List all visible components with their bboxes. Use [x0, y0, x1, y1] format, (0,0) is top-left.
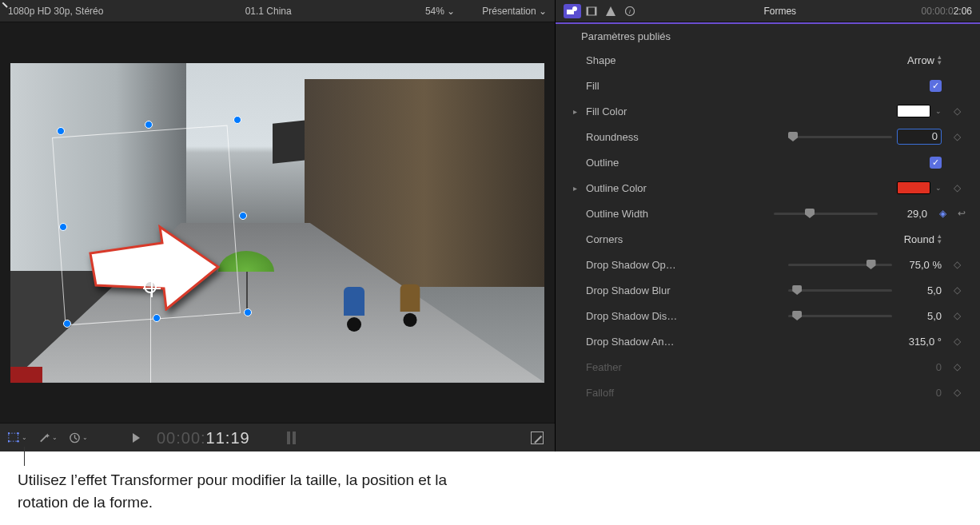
audio-meter-icon[interactable] — [287, 432, 296, 444]
shape-popup[interactable]: Arrow▴▾ — [890, 54, 942, 66]
viewer-area[interactable] — [0, 22, 555, 423]
param-label: Corners — [586, 233, 706, 245]
param-label: Fill — [586, 80, 706, 92]
roundness-slider[interactable] — [788, 131, 892, 142]
param-outline-width: Outline Width 29,0 ◈ ↩ — [556, 201, 980, 226]
transform-handle[interactable] — [244, 308, 252, 316]
param-fill-color: ▸ Fill Color ⌄ ◇ — [556, 98, 980, 124]
chevron-down-icon: ⌄ — [539, 6, 547, 17]
svg-point-1 — [8, 432, 10, 434]
param-value: Round — [890, 233, 934, 245]
param-ds-opacity: Drop Shadow Op… 75,0 % ◇ — [556, 252, 980, 277]
keyframe-button[interactable]: ◇ — [948, 105, 966, 117]
fill-checkbox[interactable]: ✓ — [930, 80, 942, 92]
inspector-tab-color[interactable] — [602, 4, 619, 18]
param-label: Fill Color — [586, 105, 706, 117]
clip-name[interactable]: 01.1 China — [245, 6, 292, 17]
transform-handle[interactable] — [153, 314, 161, 322]
transform-handle[interactable] — [59, 223, 67, 231]
param-value[interactable]: 29,0 — [882, 208, 927, 220]
svg-text:i: i — [629, 8, 631, 15]
scene-sign — [10, 367, 42, 383]
param-falloff: Falloff 0 ◇ — [556, 380, 980, 405]
transform-handle[interactable] — [63, 320, 71, 328]
chevron-down-icon: ⌄ — [82, 434, 88, 441]
transform-tool-button[interactable]: ⌄ — [8, 430, 27, 446]
param-value[interactable]: 5,0 — [897, 310, 942, 322]
viewer-pane: 1080p HD 30p, Stéréo 01.1 China 54% ⌄ Pr… — [0, 0, 556, 451]
caption-text: Utilisez l’effet Transformer pour modifi… — [18, 469, 465, 513]
param-label: Shape — [586, 54, 706, 66]
param-corners: Corners Round▴▾ — [556, 226, 980, 252]
viewer-canvas[interactable] — [10, 63, 544, 383]
param-label: Drop Shadow Op… — [586, 259, 706, 271]
inspector-tab-film[interactable] — [583, 4, 600, 18]
keyframe-button[interactable]: ◈ — [934, 208, 951, 219]
param-value[interactable]: 5,0 — [897, 284, 942, 296]
play-button[interactable] — [126, 430, 145, 446]
transform-handle[interactable] — [145, 121, 153, 129]
format-label[interactable]: 1080p HD 30p, Stéréo — [8, 6, 103, 17]
keyframe-button[interactable]: ◇ — [948, 336, 966, 347]
transform-anchor[interactable] — [144, 280, 157, 293]
transform-bbox[interactable] — [52, 125, 241, 325]
timecode-dim: 00:00: — [157, 429, 206, 447]
keyframe-button[interactable]: ◇ — [948, 259, 966, 270]
fullscreen-button[interactable] — [528, 430, 547, 446]
zoom-value: 54% — [425, 6, 444, 17]
inspector-tab-info[interactable]: i — [621, 4, 639, 18]
zoom-menu[interactable]: 54% ⌄ — [425, 6, 455, 17]
svg-rect-10 — [595, 7, 596, 15]
reset-button[interactable]: ↩ — [958, 208, 966, 219]
transform-handle[interactable] — [57, 127, 65, 135]
param-ds-blur: Drop Shadow Blur 5,0 ◇ — [556, 277, 980, 303]
outline-color-swatch[interactable] — [897, 181, 930, 194]
ds-opacity-slider[interactable] — [788, 259, 892, 270]
corners-popup[interactable]: Round▴▾ — [890, 233, 942, 245]
view-menu-label: Présentation — [482, 6, 536, 17]
callout-line — [24, 447, 25, 466]
outline-width-slider[interactable] — [774, 208, 878, 219]
updown-icon: ▴▾ — [938, 54, 942, 66]
keyframe-button[interactable]: ◇ — [948, 284, 966, 296]
inspector-top-bar: i Formes 00:00:02:06 — [556, 0, 980, 22]
chevron-down-icon[interactable]: ⌄ — [935, 107, 942, 115]
param-shape: Shape Arrow▴▾ — [556, 47, 980, 73]
svg-point-3 — [8, 439, 10, 442]
disclosure-icon[interactable]: ▸ — [570, 184, 580, 193]
param-fill: Fill ✓ — [556, 73, 980, 98]
view-menu[interactable]: Présentation ⌄ — [482, 6, 547, 17]
ds-distance-slider[interactable] — [788, 310, 892, 321]
param-label: Drop Shadow Dis… — [586, 310, 706, 322]
fill-color-swatch[interactable] — [897, 105, 930, 117]
transform-handle[interactable] — [233, 116, 241, 124]
roundness-field[interactable]: 0 — [897, 129, 942, 145]
viewer-timecode[interactable]: 00:00:11:19 — [157, 428, 250, 447]
param-value: 0 — [897, 361, 942, 373]
param-label: Outline Color — [586, 182, 706, 194]
param-value[interactable]: 315,0 ° — [897, 336, 942, 348]
param-label: Roundness — [586, 131, 706, 143]
outline-checkbox[interactable]: ✓ — [930, 157, 942, 169]
ds-blur-slider[interactable] — [788, 284, 892, 296]
keyframe-button[interactable]: ◇ — [948, 131, 966, 142]
param-label: Outline Width — [586, 208, 706, 220]
chevron-down-icon[interactable]: ⌄ — [935, 184, 942, 192]
scene-rider — [395, 284, 425, 337]
retime-tool-button[interactable]: ⌄ — [69, 430, 88, 446]
rotation-handle-line[interactable] — [150, 293, 151, 383]
disclosure-icon[interactable]: ▸ — [570, 107, 580, 116]
svg-point-2 — [17, 432, 19, 434]
keyframe-button[interactable]: ◇ — [948, 182, 966, 193]
chevron-down-icon: ⌄ — [52, 434, 58, 441]
param-value[interactable]: 75,0 % — [897, 259, 942, 271]
param-ds-angle: Drop Shadow An… 315,0 ° ◇ — [556, 328, 980, 354]
inspector-tab-video[interactable] — [564, 4, 581, 18]
enhance-tool-button[interactable]: ⌄ — [38, 430, 58, 446]
svg-point-7 — [572, 6, 577, 11]
transform-handle[interactable] — [239, 212, 247, 220]
param-value: Arrow — [890, 54, 934, 66]
inspector-title: Formes — [645, 6, 915, 17]
keyframe-button[interactable]: ◇ — [948, 310, 966, 321]
param-label: Drop Shadow Blur — [586, 284, 706, 296]
